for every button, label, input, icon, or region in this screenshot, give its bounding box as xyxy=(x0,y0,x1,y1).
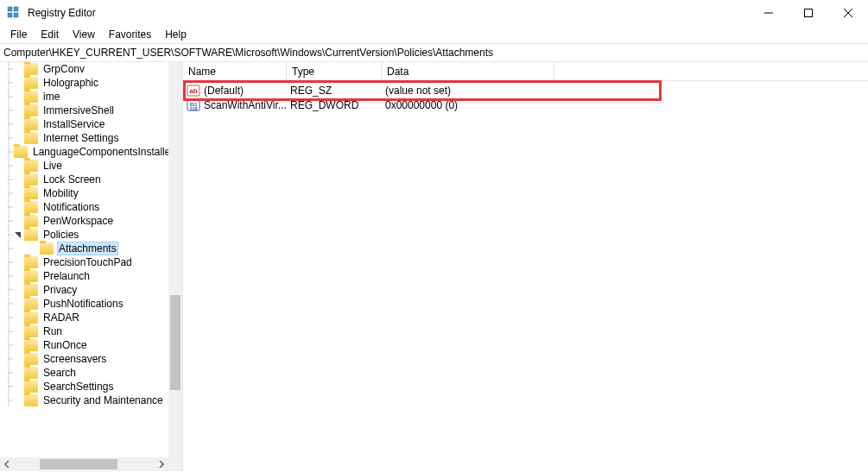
tree-item[interactable]: Prelaunch xyxy=(0,269,168,283)
tree-item[interactable]: LanguageComponentsInstaller xyxy=(0,145,168,159)
minimize-button[interactable] xyxy=(749,0,789,26)
tree-line xyxy=(3,380,14,393)
tree-item[interactable]: Policies xyxy=(0,228,168,242)
tree-item[interactable]: Search xyxy=(0,366,168,380)
tree-item-label: Attachments xyxy=(57,242,118,255)
tree-line xyxy=(3,104,14,117)
folder-icon xyxy=(24,132,38,144)
tree-item[interactable]: Notifications xyxy=(0,200,168,214)
tree-line xyxy=(3,90,14,104)
tree-line xyxy=(3,131,14,145)
folder-icon xyxy=(40,242,54,255)
tree-line xyxy=(3,324,14,338)
tree-line xyxy=(29,242,40,255)
tree-line xyxy=(14,255,24,269)
tree-line xyxy=(3,283,14,297)
tree-line xyxy=(3,214,14,228)
folder-icon xyxy=(24,367,38,379)
value-name: (Default) xyxy=(204,85,290,97)
column-header-type[interactable]: Type xyxy=(287,62,382,80)
scrollbar-thumb[interactable] xyxy=(170,295,181,390)
tree-item[interactable]: Run xyxy=(0,324,168,338)
tree-item[interactable]: Lock Screen xyxy=(0,173,168,186)
value-row[interactable]: ab(Default)REG_SZ(value not set) xyxy=(183,83,868,98)
title-bar: Registry Editor xyxy=(0,0,868,26)
tree-item[interactable]: InstallService xyxy=(0,117,168,131)
tree-horizontal-scrollbar[interactable] xyxy=(0,457,168,471)
tree-content[interactable]: GrpConvHolographicimeImmersiveShellInsta… xyxy=(0,62,168,457)
folder-icon xyxy=(24,256,38,268)
tree-line xyxy=(14,173,24,186)
close-button[interactable] xyxy=(828,0,868,26)
tree-vertical-scrollbar[interactable] xyxy=(168,62,182,457)
menu-help[interactable]: Help xyxy=(158,27,193,42)
tree-pane: GrpConvHolographicimeImmersiveShellInsta… xyxy=(0,62,183,471)
tree-item[interactable]: Live xyxy=(0,159,168,173)
menu-favorites[interactable]: Favorites xyxy=(102,27,158,42)
tree-line xyxy=(14,200,24,214)
tree-item[interactable]: PenWorkspace xyxy=(0,214,168,228)
folder-icon xyxy=(24,381,38,393)
tree-item-label: Notifications xyxy=(41,201,101,213)
column-header-data[interactable]: Data xyxy=(382,62,554,80)
scroll-left-icon[interactable] xyxy=(0,457,14,471)
tree-item-label: ImmersiveShell xyxy=(41,104,116,116)
tree-line xyxy=(3,186,14,200)
chevron-down-icon[interactable] xyxy=(14,228,24,242)
string-value-icon: ab xyxy=(187,84,200,98)
regedit-icon xyxy=(7,6,21,20)
tree-line xyxy=(3,366,14,380)
svg-rect-3 xyxy=(14,13,18,17)
folder-icon xyxy=(24,394,38,406)
maximize-button[interactable] xyxy=(789,0,828,26)
tree-line xyxy=(14,186,24,200)
tree-item[interactable]: GrpConv xyxy=(0,62,168,76)
column-header-name[interactable]: Name xyxy=(183,62,287,80)
folder-icon xyxy=(24,91,38,103)
tree-item-label: PushNotifications xyxy=(41,298,125,310)
tree-item[interactable]: Mobility xyxy=(0,186,168,200)
tree-item[interactable]: Attachments xyxy=(0,242,168,255)
tree-item[interactable]: SearchSettings xyxy=(0,380,168,393)
tree-line xyxy=(3,228,14,242)
value-data: 0x00000000 (0) xyxy=(385,99,558,111)
tree-item[interactable]: Screensavers xyxy=(0,352,168,366)
tree-line xyxy=(14,214,24,228)
menu-file[interactable]: File xyxy=(3,27,34,42)
folder-icon xyxy=(24,339,38,351)
folder-icon xyxy=(24,325,38,337)
tree-line xyxy=(14,324,24,338)
folder-icon xyxy=(24,77,38,89)
tree-item[interactable]: ImmersiveShell xyxy=(0,104,168,117)
tree-item[interactable]: PrecisionTouchPad xyxy=(0,255,168,269)
menu-view[interactable]: View xyxy=(66,27,102,42)
svg-rect-0 xyxy=(8,7,12,11)
tree-item[interactable]: Security and Maintenance xyxy=(0,393,168,407)
address-bar[interactable]: Computer\HKEY_CURRENT_USER\SOFTWARE\Micr… xyxy=(0,44,868,61)
values-list[interactable]: ab(Default)REG_SZ(value not set)011110Sc… xyxy=(183,81,868,112)
tree-item[interactable]: Internet Settings xyxy=(0,131,168,145)
tree-item-label: PenWorkspace xyxy=(41,215,115,227)
tree-item[interactable]: PushNotifications xyxy=(0,297,168,311)
tree-item[interactable]: Privacy xyxy=(0,283,168,297)
tree-item[interactable]: RADAR xyxy=(0,311,168,324)
values-header: Name Type Data xyxy=(183,62,868,81)
folder-icon xyxy=(24,173,38,186)
tree-item-label: Internet Settings xyxy=(41,132,120,144)
tree-item[interactable]: RunOnce xyxy=(0,338,168,352)
scrollbar-thumb[interactable] xyxy=(40,459,117,469)
scroll-right-icon[interactable] xyxy=(155,457,168,471)
tree-line xyxy=(14,311,24,324)
tree-line xyxy=(14,380,24,393)
menu-edit[interactable]: Edit xyxy=(34,27,66,42)
tree-line xyxy=(3,255,14,269)
tree-item[interactable]: Holographic xyxy=(0,76,168,90)
folder-icon xyxy=(24,118,38,130)
tree-line xyxy=(14,338,24,352)
tree-line xyxy=(14,62,24,76)
tree-line xyxy=(3,173,14,186)
tree-item-label: ime xyxy=(41,91,61,103)
value-row[interactable]: 011110ScanWithAntiVir...REG_DWORD0x00000… xyxy=(183,98,868,112)
address-text: Computer\HKEY_CURRENT_USER\SOFTWARE\Micr… xyxy=(3,47,493,59)
tree-item[interactable]: ime xyxy=(0,90,168,104)
